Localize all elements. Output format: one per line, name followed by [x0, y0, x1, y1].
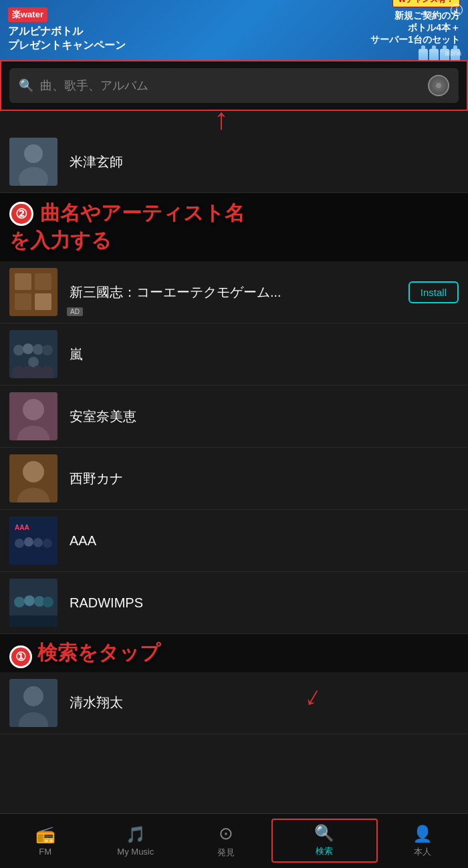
svg-text:AAA: AAA [15, 524, 29, 531]
nav-item-profile[interactable]: 👤 本人 [378, 825, 468, 858]
artist-thumb-amuro [9, 392, 57, 440]
artist-item-yonezu[interactable]: 米津玄師 [0, 131, 468, 193]
ad-promo: 新規ご契約の方 ボトル4本＋ サーバー1台のセット [370, 10, 460, 46]
svg-point-30 [43, 539, 52, 548]
nav-item-my-music[interactable]: 🎵 My Music [90, 825, 181, 857]
nav-item-search[interactable]: 🔍 検索 [271, 819, 378, 863]
artist-item-ad[interactable]: 新三國志：コーエーテクモゲーム... Install AD [0, 261, 468, 323]
bottom-nav: 📻 FM 🎵 My Music ⊙ 発見 🔍 検索 👤 本人 [0, 813, 468, 868]
cd-scan-icon[interactable] [428, 75, 449, 96]
search-placeholder: 曲、歌手、アルバム [40, 78, 421, 94]
svg-point-27 [15, 539, 24, 548]
artist-name-shimizu: 清水翔太 [70, 694, 459, 712]
search-bar[interactable]: 🔍 曲、歌手、アルバム [9, 68, 459, 103]
search-icon: 🔍 [19, 78, 33, 93]
discover-icon: ⊙ [219, 823, 233, 844]
svg-point-20 [23, 399, 44, 420]
svg-point-10 [23, 343, 33, 354]
artist-thumb-nishino [9, 454, 57, 502]
instruction-1-number: ① [9, 645, 32, 668]
artist-name-ad: 新三國志：コーエーテクモゲーム... [70, 283, 408, 301]
svg-point-38 [23, 686, 43, 706]
artist-item-arashi[interactable]: 嵐 [0, 323, 468, 386]
instruction-1-text: 検索をタップ [37, 641, 160, 664]
nav-label-search: 検索 [316, 845, 333, 857]
instruction-1-overlay: ① 検索をタップ ↓ [0, 634, 468, 672]
ad-info-icon[interactable]: i [451, 4, 463, 16]
artist-name-aaa: AAA [70, 533, 459, 549]
svg-point-35 [43, 597, 53, 607]
svg-point-23 [23, 461, 44, 482]
svg-point-29 [33, 538, 43, 547]
artist-item-radwimps[interactable]: RADWIMPS [0, 572, 468, 634]
artist-item-shimizu[interactable]: 清水翔太 [0, 672, 468, 734]
artist-thumb-radwimps [9, 579, 57, 627]
nav-item-fm[interactable]: 📻 FM [0, 825, 90, 857]
svg-point-9 [13, 345, 24, 355]
artist-item-aaa[interactable]: AAA AAA [0, 510, 468, 572]
artist-name-nishino: 西野カナ [70, 470, 459, 488]
svg-rect-36 [9, 615, 57, 627]
instruction-2-text: 曲名やアーティスト名を入力する [9, 202, 245, 251]
profile-icon: 👤 [413, 825, 433, 843]
svg-point-32 [14, 597, 25, 607]
ad-banner[interactable]: 楽water アルピナボトルプレゼントキャンペーン Wチャンス有！ 新規ご契約の… [0, 0, 468, 60]
ad-company: alpna [445, 49, 461, 57]
artist-name-arashi: 嵐 [70, 345, 459, 364]
ad-logo: 楽water [8, 7, 47, 22]
ad-left: 楽water アルピナボトルプレゼントキャンペーン [8, 7, 126, 53]
artist-name-yonezu: 米津玄師 [70, 153, 459, 171]
svg-point-12 [42, 345, 53, 355]
artist-thumb-shimizu [9, 679, 57, 727]
artist-item-amuro[interactable]: 安室奈美恵 [0, 386, 468, 448]
install-button[interactable]: Install [408, 281, 459, 303]
svg-point-28 [24, 537, 33, 547]
svg-point-33 [24, 595, 35, 606]
nav-label-profile: 本人 [414, 846, 431, 858]
svg-rect-5 [35, 273, 51, 290]
instruction-2-number: ② [9, 202, 33, 226]
search-nav-icon: 🔍 [314, 824, 334, 843]
nav-label-fm: FM [39, 847, 51, 857]
svg-point-1 [24, 144, 43, 163]
my-music-icon: 🎵 [126, 825, 146, 844]
artist-name-amuro: 安室奈美恵 [70, 408, 459, 426]
instruction-2-overlay: ② 曲名やアーティスト名を入力する [0, 193, 468, 261]
nav-label-my-music: My Music [117, 847, 154, 857]
ad-badge: Wチャンス有！ [392, 0, 460, 7]
nav-item-discover[interactable]: ⊙ 発見 [181, 823, 271, 859]
svg-rect-6 [15, 293, 31, 310]
nav-label-discover: 発見 [217, 847, 235, 859]
artist-thumb-yonezu [9, 138, 57, 186]
arrow-up-container: ↑ [0, 111, 468, 131]
svg-point-11 [33, 344, 43, 355]
ad-label: AD [67, 307, 83, 316]
search-bar-container[interactable]: 🔍 曲、歌手、アルバム [0, 60, 468, 111]
svg-rect-4 [15, 273, 31, 290]
artist-thumb-arashi [9, 330, 57, 378]
artist-name-radwimps: RADWIMPS [70, 595, 459, 611]
ad-main-text: アルピナボトルプレゼントキャンペーン [8, 25, 126, 53]
artist-thumb-ad [9, 268, 57, 316]
artist-item-nishino[interactable]: 西野カナ [0, 448, 468, 510]
fm-icon: 📻 [35, 825, 55, 844]
artist-thumb-aaa: AAA [9, 517, 57, 565]
svg-rect-7 [35, 293, 51, 310]
